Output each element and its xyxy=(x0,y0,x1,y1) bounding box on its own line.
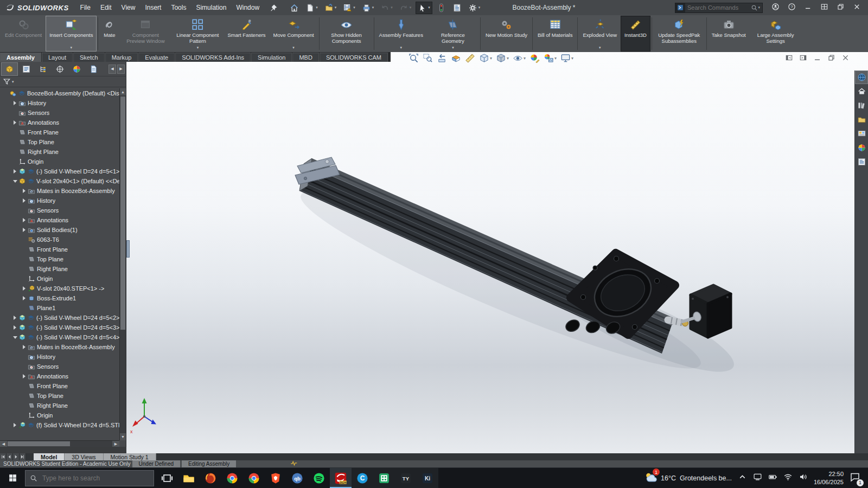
home-tab[interactable] xyxy=(855,85,868,98)
reference-geometry-caret[interactable]: ▾ xyxy=(452,46,454,50)
app-green-app[interactable] xyxy=(373,468,395,488)
configurationmanager-tab[interactable] xyxy=(35,62,52,76)
file-properties-button[interactable] xyxy=(450,2,464,14)
tree-item[interactable]: Mates in BoozeBot-Assembly xyxy=(0,186,119,196)
scroll-up-icon[interactable]: ▲ xyxy=(120,88,126,95)
chrome-2-app[interactable] xyxy=(243,468,265,488)
tab-motion-study-1[interactable]: Motion Study 1 xyxy=(104,453,156,460)
edit-appearance-button[interactable] xyxy=(529,53,540,63)
tree-vertical-scrollbar[interactable]: ▲ ▼ xyxy=(119,88,126,440)
rebuild-button[interactable] xyxy=(435,2,448,14)
panel-tabs-right-icon[interactable]: ▶ xyxy=(117,65,125,74)
action-center-button[interactable]: 1 xyxy=(850,472,864,485)
tree-item[interactable]: (-) Solid V-Wheel D=24 d=5<4> (Defa xyxy=(0,332,119,342)
tab-model[interactable]: Model xyxy=(34,453,65,460)
instant3d-button[interactable]: Instant3D xyxy=(621,16,650,52)
tree-item[interactable]: Top Plane xyxy=(0,137,119,147)
graphics-area[interactable]: x ▾▾▾▾▾ xyxy=(126,52,868,453)
tree-expander[interactable] xyxy=(21,374,28,378)
weather-widget[interactable]: 1 16°C Grotendeels be... xyxy=(642,471,732,485)
tree-expander[interactable] xyxy=(11,423,18,427)
account-button[interactable] xyxy=(771,3,780,13)
tab-evaluate[interactable]: Evaluate xyxy=(138,53,175,62)
assembly-features-caret[interactable]: ▾ xyxy=(400,46,402,50)
restore-button[interactable] xyxy=(837,3,845,13)
tree-item[interactable]: AAnnotations xyxy=(0,215,119,225)
options-button[interactable]: ▾ xyxy=(466,2,483,14)
expand-right-icon[interactable] xyxy=(23,345,25,349)
tree-item[interactable]: History xyxy=(0,98,119,108)
tree-item[interactable]: Boss-Extrude1 xyxy=(0,293,119,303)
search-scope-caret[interactable]: ▾ xyxy=(758,5,760,10)
new-document-button[interactable]: ▾ xyxy=(303,2,320,14)
apply-scene-button[interactable]: ▾ xyxy=(544,53,557,63)
prev-tab-icon[interactable] xyxy=(7,453,13,460)
print-button[interactable]: ▾ xyxy=(360,2,376,14)
tree-item[interactable]: Solid Bodies(1) xyxy=(0,225,119,235)
doc-restore-button[interactable] xyxy=(827,54,835,64)
menu-simulation[interactable]: Simulation xyxy=(191,4,231,11)
custom-properties-tab[interactable] xyxy=(855,155,868,169)
chrome-app[interactable] xyxy=(221,468,243,488)
brave-app[interactable] xyxy=(265,468,286,488)
menu-edit[interactable]: Edit xyxy=(95,4,117,11)
search-commands-input[interactable] xyxy=(685,4,751,11)
expand-right-icon[interactable] xyxy=(14,325,16,330)
linear-component-pattern-button[interactable]: Linear Component Pattern▾ xyxy=(171,16,224,52)
options-caret[interactable]: ▾ xyxy=(478,5,481,10)
tree-item[interactable]: V-slot 20x40.STEP<1> -> xyxy=(0,284,119,293)
tree-expander[interactable] xyxy=(11,101,18,105)
previous-view-button[interactable] xyxy=(437,53,447,63)
pane-right-button[interactable] xyxy=(799,54,807,64)
expand-down-icon[interactable] xyxy=(13,180,17,183)
large-assembly-settings-button[interactable]: Large Assembly Settings xyxy=(750,16,802,52)
smart-fasteners-button[interactable]: Smart Fasteners xyxy=(224,16,269,52)
print-caret[interactable]: ▾ xyxy=(372,5,374,10)
tree-item[interactable]: Right Plane xyxy=(0,264,119,274)
expand-right-icon[interactable] xyxy=(23,228,25,232)
dimxpertmanager-tab[interactable] xyxy=(52,62,68,76)
display-button[interactable] xyxy=(753,472,762,484)
tree-item[interactable]: (f) Solid V-Wheel D=24 d=5.STEP xyxy=(0,420,119,430)
volume-button[interactable] xyxy=(799,472,808,484)
spotify-app[interactable] xyxy=(308,468,330,488)
expand-right-icon[interactable] xyxy=(14,169,16,174)
last-tab-icon[interactable] xyxy=(20,453,26,460)
menu-window[interactable]: Window xyxy=(231,4,264,11)
tab-mbd[interactable]: MBD xyxy=(292,53,318,62)
assembly-features-button[interactable]: Assembly Features▾ xyxy=(375,16,427,52)
tree-expander[interactable] xyxy=(21,296,28,300)
tab-assembly[interactable]: Assembly xyxy=(0,53,41,62)
hidden-icons-button[interactable] xyxy=(738,472,747,484)
solidworks-2024-app[interactable]: 2024 xyxy=(330,468,352,488)
menu-file[interactable]: File xyxy=(75,4,95,11)
tree-expander[interactable] xyxy=(11,120,18,125)
tree-item[interactable]: Front Plane xyxy=(0,127,119,137)
hide-show-items-button[interactable]: ▾ xyxy=(513,53,526,63)
measure-button[interactable] xyxy=(465,53,475,63)
home-button[interactable] xyxy=(288,2,301,14)
move-component-caret[interactable]: ▾ xyxy=(292,46,295,50)
file-explorer-app[interactable] xyxy=(178,468,200,488)
bill-of-materials-button[interactable]: Bill of Materials xyxy=(534,16,576,52)
scroll-down-icon[interactable]: ▼ xyxy=(120,433,126,440)
doc-close-button[interactable] xyxy=(841,54,850,64)
open-caret[interactable]: ▾ xyxy=(335,5,337,10)
view-settings-caret[interactable]: ▾ xyxy=(571,56,573,61)
network-button[interactable] xyxy=(783,472,793,484)
kicad-app[interactable]: Ki xyxy=(417,468,438,488)
expand-right-icon[interactable] xyxy=(14,101,16,105)
tree-item[interactable]: Origin xyxy=(0,157,119,166)
appearances-scenes-tab[interactable] xyxy=(855,141,868,155)
command-search[interactable]: ▾ xyxy=(675,3,763,13)
taskbar-search[interactable] xyxy=(25,470,154,486)
tree-item[interactable]: Sensors xyxy=(0,108,119,118)
tree-item[interactable]: Top Plane xyxy=(0,254,119,264)
app-c-app[interactable]: C xyxy=(352,468,373,488)
cam-tab[interactable] xyxy=(85,62,102,76)
tab-layout[interactable]: Layout xyxy=(42,53,73,62)
filter-caret[interactable]: ▾ xyxy=(12,80,14,84)
tree-item[interactable]: Mates in BoozeBot-Assembly xyxy=(0,342,119,352)
tree-item[interactable]: Top Plane xyxy=(0,391,119,401)
scroll-left-icon[interactable]: ◀ xyxy=(0,441,7,447)
